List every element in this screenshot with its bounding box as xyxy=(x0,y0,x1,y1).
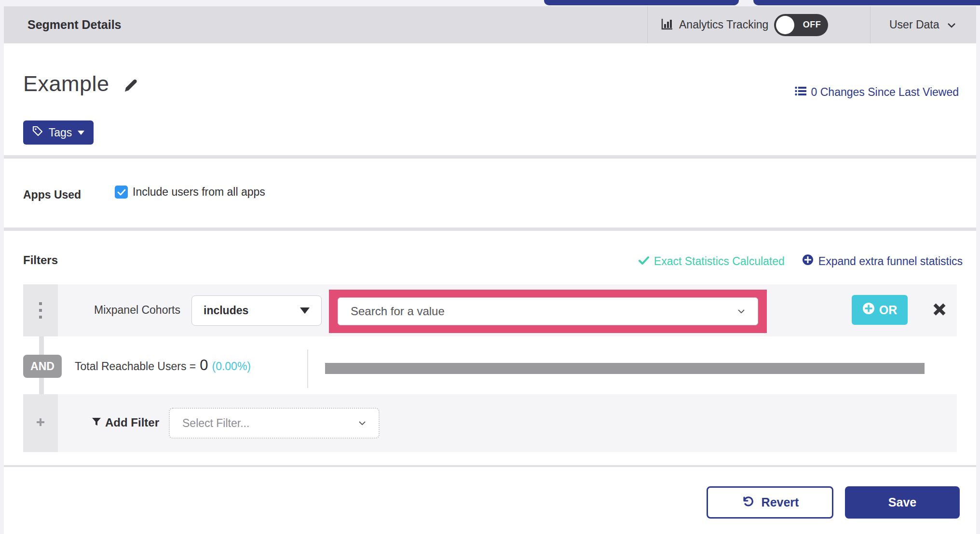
save-button-label: Save xyxy=(888,495,916,509)
analytics-tracking-toggle[interactable]: OFF xyxy=(774,14,828,36)
total-reachable-value: 0 xyxy=(200,357,208,374)
apps-used-section: Apps Used Include users from all apps xyxy=(4,159,976,227)
include-all-apps-checkbox[interactable] xyxy=(115,186,128,199)
filters-title: Filters xyxy=(23,254,58,267)
header-divider xyxy=(870,6,871,43)
top-cutoff-button-left[interactable] xyxy=(544,0,739,5)
filter-value-placeholder: Search for a value xyxy=(351,305,445,318)
chevron-down-icon xyxy=(737,307,745,315)
filters-status-row: Exact Statistics Calculated Expand extra… xyxy=(639,254,963,268)
drag-dots-icon xyxy=(39,302,42,319)
total-reachable-label: Total Reachable Users = xyxy=(75,360,196,373)
remove-filter-button[interactable] xyxy=(928,298,951,321)
select-filter-dropdown[interactable]: Select Filter... xyxy=(169,408,380,439)
user-data-dropdown[interactable]: User Data xyxy=(889,18,956,31)
chevron-down-icon xyxy=(358,419,366,427)
changes-link-label: 0 Changes Since Last Viewed xyxy=(811,86,959,99)
add-filter-label-group: Add Filter xyxy=(92,416,159,429)
toggle-state-label: OFF xyxy=(803,20,821,30)
edit-pencil-icon[interactable] xyxy=(123,77,139,95)
analytics-tracking-label: Analytics Tracking xyxy=(679,18,768,31)
bar-chart-icon xyxy=(661,18,673,32)
vertical-divider xyxy=(307,349,308,388)
bullet-list-icon xyxy=(795,86,806,99)
caret-down-icon xyxy=(78,131,84,135)
caret-down-icon xyxy=(300,307,310,314)
footer-actions-section: Revert Save xyxy=(4,467,976,534)
select-filter-placeholder: Select Filter... xyxy=(182,417,249,430)
page-title: Segment Details xyxy=(27,18,122,32)
header-divider xyxy=(647,6,648,43)
plus-circle-icon xyxy=(862,302,875,318)
plus-icon xyxy=(36,417,45,429)
filter-value-select[interactable]: Search for a value xyxy=(338,297,758,325)
expand-funnel-statistics-label: Expand extra funnel statistics xyxy=(818,255,963,268)
close-x-icon xyxy=(933,303,946,316)
reachable-users-progress-bar xyxy=(325,363,925,374)
save-button[interactable]: Save xyxy=(845,486,960,519)
highlight-annotation-box: Search for a value xyxy=(329,290,767,333)
top-cutoff-button-right[interactable] xyxy=(753,0,980,5)
and-badge: AND xyxy=(23,355,62,378)
exact-statistics-status: Exact Statistics Calculated xyxy=(639,255,785,268)
add-or-condition-button[interactable]: OR xyxy=(852,295,908,325)
funnel-icon xyxy=(92,416,101,429)
user-data-label: User Data xyxy=(889,18,939,31)
filter-field-name: Mixpanel Cohorts xyxy=(94,304,180,317)
check-icon xyxy=(639,255,649,268)
include-all-apps-label: Include users from all apps xyxy=(133,186,265,199)
checkbox-check-icon xyxy=(117,189,126,196)
header-bar: Segment Details Analytics Tracking OFF U… xyxy=(4,6,976,43)
toggle-knob xyxy=(776,16,794,34)
filter-operator-select[interactable]: includes xyxy=(191,295,322,326)
filter-operator-value: includes xyxy=(204,304,248,317)
undo-arrow-icon xyxy=(741,495,754,510)
or-button-label: OR xyxy=(879,303,898,317)
apps-used-label: Apps Used xyxy=(23,188,81,201)
include-all-apps-control: Include users from all apps xyxy=(115,186,265,199)
changes-since-last-viewed-link[interactable]: 0 Changes Since Last Viewed xyxy=(795,86,959,99)
analytics-tracking-control: Analytics Tracking OFF xyxy=(661,14,828,36)
total-reachable-percent: (0.00%) xyxy=(212,360,251,373)
segment-title-section: Example Tags 0 Changes Since Last Viewed xyxy=(4,43,976,155)
plus-circle-icon xyxy=(802,254,814,268)
filter-drag-handle[interactable] xyxy=(23,284,58,336)
add-filter-handle xyxy=(23,394,58,452)
revert-button-label: Revert xyxy=(762,495,799,509)
segment-card: Segment Details Analytics Tracking OFF U… xyxy=(4,6,976,534)
add-filter-row: Add Filter Select Filter... xyxy=(23,394,957,452)
tags-button[interactable]: Tags xyxy=(23,120,94,145)
revert-button[interactable]: Revert xyxy=(707,486,833,519)
tags-button-label: Tags xyxy=(49,126,72,139)
tag-icon xyxy=(32,126,43,139)
segment-details-page: Segment Details Analytics Tracking OFF U… xyxy=(0,0,980,534)
expand-funnel-statistics-link[interactable]: Expand extra funnel statistics xyxy=(802,254,963,268)
filters-section: Filters Exact Statistics Calculated Expa… xyxy=(4,231,976,465)
total-reachable-users: Total Reachable Users = 0 (0.00%) xyxy=(75,357,251,374)
chevron-down-icon xyxy=(947,18,956,31)
segment-name: Example xyxy=(23,71,109,96)
filter-row: Mixpanel Cohorts includes Search for a v… xyxy=(23,284,957,336)
add-filter-label: Add Filter xyxy=(105,416,159,429)
exact-statistics-label: Exact Statistics Calculated xyxy=(654,255,785,268)
